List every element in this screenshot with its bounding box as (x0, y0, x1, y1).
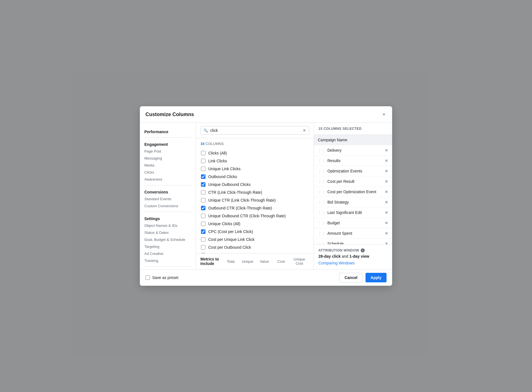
selected-item-results-label: Results (327, 158, 383, 163)
sidebar-item-media[interactable]: Media (140, 162, 196, 169)
sidebar-item-ad-creative[interactable]: Ad Creative (140, 250, 196, 257)
metrics-table: Metrics to Include Total Unique Value Co… (196, 253, 314, 269)
checkbox-cost-outbound-label: Cost per Outbound Click (208, 245, 251, 250)
checkbox-cpc-link[interactable]: CPC (Cost per Link Click) (200, 228, 309, 236)
checkbox-ctr-link[interactable]: CTR (Link Click-Through Rate) (200, 188, 309, 196)
checkbox-ctr-link-label: CTR (Link Click-Through Rate) (208, 190, 262, 195)
metrics-col-unique-cost: Unique Cost (290, 257, 309, 266)
selected-item-cost-per-optimization-event: ⋮⋮ Cost per Optimization Event ✕ (314, 187, 392, 197)
sidebar-item-targeting[interactable]: Targeting (140, 243, 196, 250)
remove-delivery-button[interactable]: ✕ (385, 148, 388, 152)
checkbox-outbound-ctr-input[interactable] (201, 206, 205, 210)
remove-last-significant-edit-button[interactable]: ✕ (385, 211, 388, 215)
drag-handle-schedule[interactable]: ⋮⋮ (318, 242, 325, 245)
save-preset-checkbox[interactable] (145, 275, 150, 280)
checkbox-cost-outbound-input[interactable] (201, 245, 205, 250)
checkbox-cost-unique-link-input[interactable] (201, 237, 205, 242)
checkbox-unique-outbound-ctr[interactable]: Unique Outbound CTR (Click-Through Rate) (200, 212, 309, 220)
sidebar-item-goal-budget[interactable]: Goal, Budget & Schedule (140, 236, 196, 243)
checkbox-cpc-link-input[interactable] (201, 229, 205, 234)
selected-item-schedule-label: Schedule (327, 241, 383, 244)
checkbox-unique-ctr-link[interactable]: Unique CTR (Link Click-Through Rate) (200, 196, 309, 204)
checkbox-cost-unique-link[interactable]: Cost per Unique Link Click (200, 236, 309, 243)
checkbox-clicks-all-input[interactable] (201, 151, 205, 155)
metrics-header-row: Metrics to Include Total Unique Value Co… (200, 257, 309, 266)
checkbox-cpc-link-label: CPC (Cost per Link Click) (208, 229, 253, 234)
clear-search-button[interactable]: ✕ (303, 128, 306, 132)
drag-handle-cost-per-result[interactable]: ⋮⋮ (318, 179, 325, 184)
remove-budget-button[interactable]: ✕ (385, 221, 388, 225)
drag-handle-cost-per-optimization-event[interactable]: ⋮⋮ (318, 190, 325, 194)
metrics-col-unique: Unique (239, 259, 256, 264)
sidebar-item-awareness[interactable]: Awareness (140, 176, 196, 183)
checkbox-link-clicks-input[interactable] (201, 159, 205, 163)
checkbox-cost-unique-link-label: Cost per Unique Link Click (208, 237, 255, 242)
drag-handle-last-significant-edit[interactable]: ⋮⋮ (318, 211, 325, 215)
checkbox-cost-outbound[interactable]: Cost per Outbound Click (200, 243, 309, 251)
checkbox-unique-link-clicks-input[interactable] (201, 167, 205, 171)
metrics-col-label: Metrics to Include (200, 257, 222, 266)
drag-handle-budget[interactable]: ⋮⋮ (318, 221, 325, 225)
modal-footer: Save as preset Cancel Apply (140, 269, 392, 286)
checkbox-unique-outbound-clicks-input[interactable] (201, 182, 205, 187)
checkbox-link-clicks[interactable]: Link Clicks (200, 157, 309, 165)
selected-item-amount-spent: ⋮⋮ Amount Spent ✕ (314, 228, 392, 239)
selected-item-delivery-label: Delivery (327, 148, 383, 153)
drag-handle-bid-strategy[interactable]: ⋮⋮ (318, 200, 325, 204)
checkbox-unique-outbound-clicks[interactable]: Unique Outbound Clicks (200, 181, 309, 188)
search-input[interactable] (210, 128, 300, 133)
selected-item-bid-strategy-label: Bid Strategy (327, 200, 383, 204)
checkbox-unique-clicks-all-label: Unique Clicks (All) (208, 222, 240, 226)
checkbox-unique-outbound-ctr-label: Unique Outbound CTR (Click-Through Rate) (208, 214, 286, 218)
columns-list: 16 COLUMNS Clicks (All) Link Clicks Uniq… (196, 138, 314, 253)
cancel-button[interactable]: Cancel (339, 273, 363, 282)
remove-optimization-events-button[interactable]: ✕ (385, 169, 388, 173)
middle-panel: 🔍 ✕ 16 COLUMNS Clicks (All) (196, 123, 314, 269)
sidebar-item-custom-conversions[interactable]: Custom Conversions (140, 202, 196, 209)
metrics-col-cost: Cost (273, 259, 290, 264)
save-preset-label: Save as preset (152, 275, 178, 280)
checkbox-unique-clicks-all-input[interactable] (201, 222, 205, 226)
sidebar-item-page-post[interactable]: Page Post (140, 148, 196, 155)
attribution-info-icon[interactable]: i (361, 248, 365, 252)
checkbox-outbound-clicks-input[interactable] (201, 174, 205, 179)
checkbox-unique-clicks-all[interactable]: Unique Clicks (All) (200, 220, 309, 228)
checkbox-unique-outbound-ctr-input[interactable] (201, 214, 205, 218)
modal-header: Customize Columns × (140, 106, 392, 123)
selected-item-optimization-events-label: Optimization Events (327, 169, 383, 173)
sidebar-item-messaging[interactable]: Messaging (140, 155, 196, 162)
sidebar-section-performance: Performance (140, 127, 196, 135)
remove-bid-strategy-button[interactable]: ✕ (385, 200, 388, 204)
drag-handle-results[interactable]: ⋮⋮ (318, 159, 325, 163)
remove-cost-per-result-button[interactable]: ✕ (385, 179, 388, 183)
sidebar-item-standard-events[interactable]: Standard Events (140, 195, 196, 202)
sidebar-item-status-dates[interactable]: Status & Dates (140, 229, 196, 236)
sidebar-item-clicks[interactable]: Clicks (140, 169, 196, 176)
selected-item-budget: ⋮⋮ Budget ✕ (314, 218, 392, 228)
checkbox-cost-unique-outbound[interactable]: Cost per Unique Outbound Click (200, 251, 309, 253)
apply-button[interactable]: Apply (366, 273, 387, 282)
remove-cost-per-optimization-event-button[interactable]: ✕ (385, 190, 388, 194)
remove-results-button[interactable]: ✕ (385, 159, 388, 163)
drag-handle-delivery[interactable]: ⋮⋮ (318, 148, 325, 153)
comparing-windows-link[interactable]: Comparing Windows (318, 261, 355, 265)
columns-count-label: COLUMNS (204, 142, 224, 146)
remove-schedule-button[interactable]: ✕ (385, 242, 388, 244)
remove-amount-spent-button[interactable]: ✕ (385, 231, 388, 235)
selected-item-budget-label: Budget (327, 221, 383, 225)
checkbox-clicks-all[interactable]: Clicks (All) (200, 149, 309, 157)
checkbox-outbound-ctr[interactable]: Outbound CTR (Click-Through Rate) (200, 204, 309, 212)
modal-title: Customize Columns (145, 112, 194, 117)
attribution-text-and: and (341, 254, 349, 259)
checkbox-ctr-link-input[interactable] (201, 190, 205, 195)
close-button[interactable]: × (381, 111, 387, 118)
drag-handle-optimization-events[interactable]: ⋮⋮ (318, 169, 325, 173)
sidebar-item-tracking[interactable]: Tracking (140, 257, 196, 264)
selected-item-optimization-events: ⋮⋮ Optimization Events ✕ (314, 166, 392, 176)
footer-buttons: Cancel Apply (339, 273, 387, 282)
checkbox-unique-ctr-link-input[interactable] (201, 198, 205, 202)
drag-handle-amount-spent[interactable]: ⋮⋮ (318, 231, 325, 236)
checkbox-unique-link-clicks[interactable]: Unique Link Clicks (200, 165, 309, 173)
sidebar-item-object-names[interactable]: Object Names & IDs (140, 222, 196, 229)
checkbox-outbound-clicks[interactable]: Outbound Clicks (200, 173, 309, 181)
